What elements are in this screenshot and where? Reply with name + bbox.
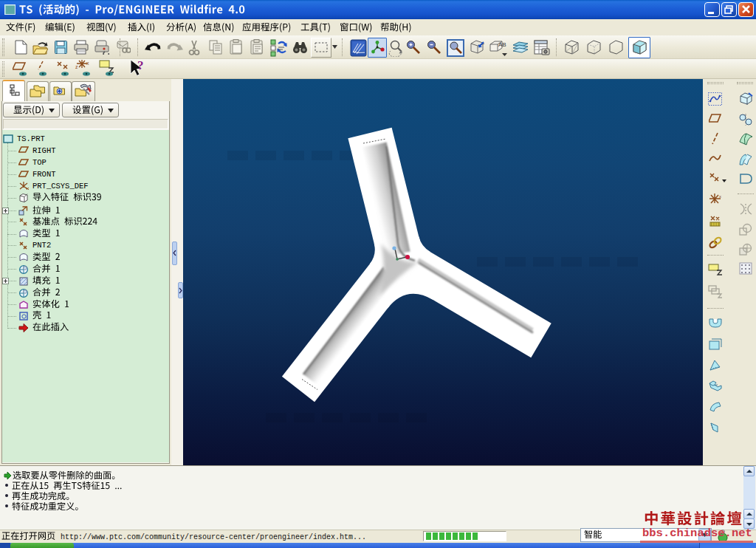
- svg-text:AB: AB: [498, 41, 506, 48]
- svg-text:?: ?: [137, 58, 144, 72]
- svg-text:x: x: [86, 61, 89, 66]
- svg-text:x: x: [719, 194, 721, 199]
- svg-text:z: z: [75, 64, 78, 69]
